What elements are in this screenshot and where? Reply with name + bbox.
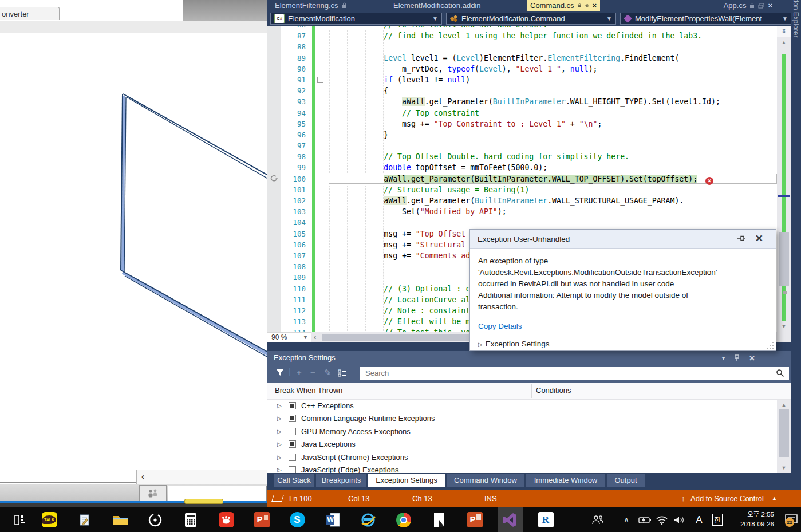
chevron-up-icon[interactable]: ▲ (772, 490, 777, 507)
code-line-87[interactable]: 87 // find the level 1 using the helper … (267, 30, 777, 41)
close-icon[interactable]: × (592, 1, 597, 10)
filter-icon[interactable] (276, 369, 284, 377)
error-icon[interactable]: ✕ (705, 177, 713, 185)
code-line-89[interactable]: 89 Level level1 = (Level)ElementFilter.E… (267, 53, 777, 64)
exception-checkbox[interactable] (289, 428, 296, 435)
taskbar-visual-studio-icon[interactable] (498, 507, 523, 532)
tool-tab-breakpoints[interactable]: Breakpoints (316, 474, 366, 487)
tool-tab-call-stack[interactable]: Call Stack (274, 474, 314, 487)
tray-volume-icon[interactable] (669, 507, 689, 532)
code-line-90[interactable]: 90 m_rvtDoc, typeof(Level), "Level 1 ", … (267, 64, 777, 74)
column-break-when-thrown[interactable]: Break When Thrown (275, 386, 342, 395)
class-dropdown[interactable]: ElementModification.Command ▼ (446, 13, 616, 25)
code-line-100[interactable]: 100 aWall.get_Parameter(BuiltInParameter… (267, 174, 777, 184)
project-dropdown[interactable]: C# ElementModification ▼ (270, 13, 442, 25)
code-line-102[interactable]: 102 aWall.get_Parameter(BuiltInParameter… (267, 195, 777, 206)
ime-korean-indicator[interactable]: 한 (708, 507, 727, 532)
pin-icon[interactable] (585, 3, 589, 9)
code-line-103[interactable]: 103 Set("Modified by API"); (267, 206, 777, 217)
scrollbar-thumb[interactable] (779, 232, 789, 286)
scroll-up-icon[interactable]: ▲ (777, 402, 791, 408)
taskbar-internet-explorer-icon[interactable] (356, 507, 381, 532)
tab-elementfiltering[interactable]: ElementFiltering.cs (271, 0, 350, 11)
column-divider[interactable] (653, 384, 653, 398)
tab-command-cs[interactable]: Command.cs × (527, 0, 600, 11)
expander-icon[interactable]: ▷ (277, 438, 282, 451)
worksharing-button[interactable] (139, 485, 167, 502)
scroll-left-icon[interactable]: ‹ (141, 471, 144, 481)
taskbar-start-icon[interactable] (7, 507, 33, 532)
collapsed-tool-tab[interactable]: Solution Explorer (791, 0, 801, 490)
tool-tab-immediate-window[interactable]: Immediate Window (526, 474, 605, 487)
split-editor-handle[interactable]: ⇕ (777, 26, 791, 37)
collapse-region-icon[interactable] (317, 77, 323, 83)
edit-icon[interactable]: ✎ (324, 368, 332, 378)
taskbar-documents-app-icon[interactable] (427, 507, 452, 532)
tray-chevron-up-icon[interactable]: ∧ (616, 507, 637, 532)
scrollbar-thumb[interactable] (779, 409, 789, 457)
exception-row-5[interactable]: ▷JavaScript (Edge) Exceptions (267, 464, 777, 473)
window-menu-icon[interactable]: ▾ (722, 355, 725, 361)
add-to-source-control-button[interactable]: Add to Source Control (690, 490, 764, 507)
taskbar-chrome-icon[interactable] (391, 507, 416, 532)
exception-row-2[interactable]: ▷GPU Memory Access Exceptions (267, 425, 777, 438)
add-icon[interactable]: + (297, 368, 302, 377)
ime-latin-indicator[interactable]: A (689, 507, 709, 532)
exception-checkbox[interactable] (289, 454, 296, 461)
exception-row-0[interactable]: ▷C++ Exceptions (267, 400, 777, 412)
copy-details-link[interactable]: Copy Details (478, 321, 768, 332)
taskbar-clock[interactable]: 오후 2:55 2018-09-26 (732, 510, 774, 529)
code-line-94[interactable]: 94 // Top constraint (267, 108, 777, 119)
code-line-101[interactable]: 101 // Structural usage = Bearing(1) (267, 184, 777, 195)
taskbar-calculator-icon[interactable] (178, 507, 203, 532)
exception-row-1[interactable]: ▷Common Language Runtime Exceptions (267, 412, 777, 425)
expander-icon[interactable]: ▷ (277, 400, 282, 412)
resize-grip[interactable] (766, 342, 774, 349)
code-line-91[interactable]: 91 if (level1 != null) (267, 74, 777, 85)
taskbar-notepad-icon[interactable] (72, 507, 97, 532)
zoom-combo[interactable]: 90 % ▼ (267, 332, 311, 342)
scroll-left-icon[interactable]: ‹ (314, 333, 316, 341)
pin-icon[interactable] (734, 354, 740, 362)
close-icon[interactable]: ✕ (755, 232, 763, 245)
tab-app-cs[interactable]: App.cs × (720, 0, 776, 11)
taskbar-file-explorer-icon[interactable] (108, 507, 133, 532)
pin-icon[interactable] (737, 234, 746, 242)
tool-tab-output[interactable]: Output (607, 474, 645, 487)
column-divider[interactable] (531, 384, 532, 398)
search-icon[interactable] (776, 369, 784, 377)
exception-settings-expander[interactable]: ▷Exception Settings (478, 338, 768, 350)
code-line-93[interactable]: 93 aWall.get_Parameter(BuiltInParameter.… (267, 96, 777, 107)
code-line-97[interactable]: 97 (267, 140, 777, 151)
code-line-104[interactable]: 104 (267, 217, 777, 228)
scroll-down-icon[interactable]: ▼ (777, 465, 791, 471)
exception-row-3[interactable]: ▷Java Exceptions (267, 438, 777, 451)
float-window-icon[interactable] (758, 3, 764, 9)
member-dropdown[interactable]: ModifyElementPropertiesWall(Element ▼ (620, 13, 792, 25)
tab-elementmodification-addin[interactable]: ElementModification.addin (390, 0, 484, 11)
exception-checkbox[interactable] (289, 466, 296, 473)
revit-3d-canvas[interactable] (0, 33, 267, 483)
close-icon[interactable]: ✕ (749, 354, 755, 362)
revit-view-tab[interactable]: onverter (0, 7, 60, 20)
expander-icon[interactable]: ▷ (277, 412, 282, 425)
notification-badge[interactable]: 22 (785, 518, 794, 527)
code-line-98[interactable]: 98 // Top Offset Double. hard coding for… (267, 151, 777, 162)
code-line-88[interactable]: 88 (267, 41, 777, 52)
exception-checkbox[interactable] (289, 440, 296, 448)
exception-checkbox[interactable] (289, 415, 296, 422)
close-icon[interactable]: × (768, 1, 772, 10)
taskbar-powerpoint-icon[interactable]: P (249, 507, 274, 532)
taskbar-powerpoint-2-icon[interactable]: P (462, 507, 487, 532)
code-line-96[interactable]: 96 } (267, 129, 777, 140)
code-line-95[interactable]: 95 msg += "Top Constraint to : Level 1" … (267, 119, 777, 129)
expander-icon[interactable]: ▷ (277, 425, 282, 438)
scroll-up-icon[interactable]: ▲ (777, 40, 791, 45)
remove-icon[interactable]: − (310, 368, 315, 377)
taskbar-skype-icon[interactable]: S (285, 507, 310, 532)
search-input[interactable]: Search (360, 367, 789, 380)
grid-header[interactable]: Break When Thrown Conditions (267, 383, 791, 400)
show-columns-icon[interactable]: ? (338, 369, 347, 377)
expander-icon[interactable]: ▷ (277, 464, 282, 473)
scroll-down-icon[interactable]: ▼ (777, 324, 791, 329)
